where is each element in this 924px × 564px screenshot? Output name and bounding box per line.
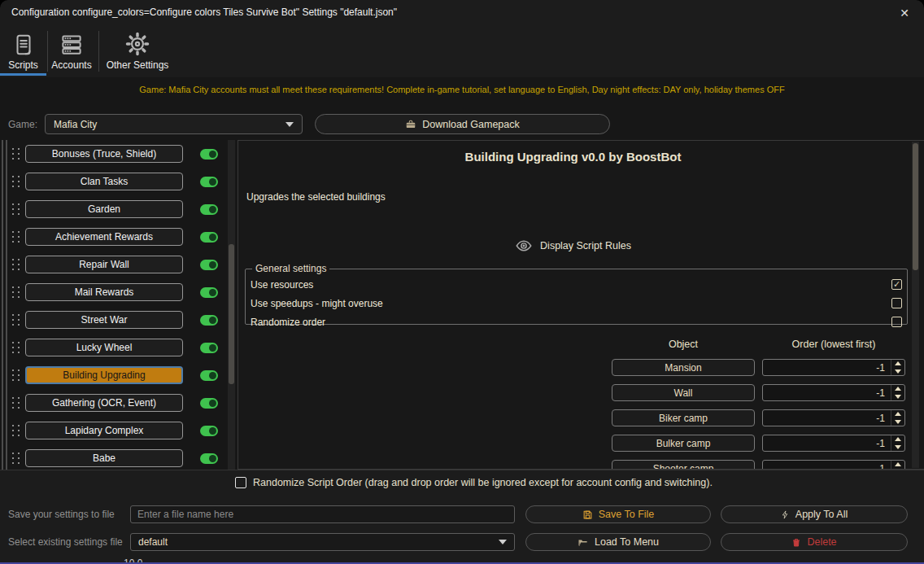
script-toggle[interactable] — [200, 260, 218, 270]
drag-handle-icon[interactable] — [12, 342, 20, 354]
order-spinner[interactable]: -1 — [762, 460, 905, 470]
delete-button[interactable]: Delete — [721, 533, 908, 551]
column-header-object: Object — [612, 339, 755, 350]
drag-handle-icon[interactable] — [12, 425, 20, 437]
script-toggle[interactable] — [200, 343, 218, 353]
tab-scripts[interactable]: Scripts — [0, 24, 46, 75]
object-button[interactable]: Shooter camp — [612, 460, 755, 470]
randomize-script-order-label: Randomize Script Order (drag and drop or… — [253, 477, 713, 488]
script-toggle[interactable] — [200, 370, 218, 381]
save-to-file-button[interactable]: Save To File — [525, 505, 711, 523]
apply-to-all-button[interactable]: Apply To All — [721, 505, 908, 523]
close-icon[interactable]: ✕ — [895, 3, 914, 23]
object-button[interactable]: Bulker camp — [612, 435, 755, 452]
script-button[interactable]: Garden — [25, 200, 183, 218]
order-spinner[interactable]: -1 — [762, 359, 905, 376]
script-button[interactable]: Repair Wall — [25, 256, 183, 273]
file-name-input[interactable] — [130, 505, 515, 523]
drag-handle-icon[interactable] — [12, 176, 20, 188]
setting-label: Use speedups - might overuse — [251, 298, 383, 309]
spin-up-icon[interactable] — [891, 360, 904, 368]
object-button[interactable]: Biker camp — [612, 409, 755, 426]
drag-handle-icon[interactable] — [12, 203, 20, 216]
order-spinner[interactable]: -1 — [762, 384, 905, 401]
script-toggle[interactable] — [200, 453, 218, 464]
script-button[interactable]: Bonuses (Truce, Shield) — [25, 145, 183, 163]
table-row: Mansion -1 — [612, 359, 905, 376]
order-spinner[interactable]: -1 — [762, 435, 905, 452]
settings-file-select[interactable]: default — [130, 533, 515, 551]
setting-row: Use resources ✓ — [251, 275, 902, 294]
tab-accounts[interactable]: Accounts — [49, 24, 94, 75]
script-toggle[interactable] — [200, 204, 218, 215]
spin-down-icon[interactable] — [891, 418, 904, 426]
load-to-menu-button[interactable]: Load To Menu — [525, 533, 711, 551]
script-button[interactable]: Mail Rewards — [25, 283, 183, 301]
tab-label: Accounts — [51, 59, 91, 71]
sidebar-scrollbar-thumb[interactable] — [229, 244, 234, 384]
use-resources-checkbox[interactable]: ✓ — [891, 279, 902, 290]
script-row: Repair Wall — [0, 251, 228, 278]
script-row: Babe — [0, 444, 228, 470]
script-button[interactable]: Achievement Rewards — [25, 228, 183, 246]
display-script-rules-button[interactable]: Display Script Rules — [238, 237, 908, 255]
randomize-script-order-checkbox[interactable] — [235, 477, 246, 488]
toggle-knob — [209, 178, 216, 186]
table-row: Bulker camp -1 — [612, 435, 905, 452]
spin-up-icon[interactable] — [891, 461, 904, 469]
script-toggle[interactable] — [200, 149, 218, 160]
download-gamepack-button[interactable]: Download Gamepack — [315, 114, 610, 134]
drag-handle-icon[interactable] — [12, 286, 20, 299]
object-button[interactable]: Wall — [612, 384, 755, 401]
drag-handle-icon[interactable] — [12, 259, 20, 271]
spin-down-icon[interactable] — [891, 393, 904, 401]
spin-up-icon[interactable] — [891, 435, 904, 444]
sidebar-scrollbar[interactable] — [228, 140, 235, 470]
script-row: Gathering (OCR, Event) — [0, 389, 228, 417]
gear-icon — [124, 29, 150, 57]
script-toggle[interactable] — [200, 426, 218, 436]
building-table: Mansion -1 Wall -1 Biker camp -1 — [612, 359, 905, 470]
tab-separator — [47, 31, 48, 72]
script-settings-panel: Building Upgrading v0.0 by BoostBot Upgr… — [238, 140, 924, 470]
tab-other-settings[interactable]: Other Settings — [100, 24, 175, 75]
drag-handle-icon[interactable] — [12, 397, 20, 409]
script-button[interactable]: Gathering (OCR, Event) — [25, 394, 183, 412]
script-button[interactable]: Building Upgrading — [25, 366, 183, 384]
script-toggle[interactable] — [200, 232, 218, 243]
select-settings-label: Select existing settings file — [8, 536, 123, 548]
drag-handle-icon[interactable] — [12, 314, 20, 326]
object-button[interactable]: Mansion — [612, 359, 755, 376]
randomize-script-order-row: Randomize Script Order (drag and drop or… — [235, 477, 713, 488]
spin-up-icon[interactable] — [891, 385, 904, 393]
script-toggle[interactable] — [200, 177, 218, 187]
script-button[interactable]: Lapidary Complex — [25, 422, 183, 439]
open-folder-icon — [578, 537, 589, 548]
script-title: Building Upgrading v0.0 by BoostBot — [238, 150, 908, 164]
script-row: Lucky Wheel — [0, 334, 228, 361]
drag-handle-icon[interactable] — [12, 148, 20, 160]
use-speedups-checkbox[interactable] — [891, 298, 902, 308]
window-title: Configuration configure_colors=Configure… — [11, 7, 397, 18]
randomize-order-checkbox[interactable] — [891, 317, 902, 327]
spin-down-icon[interactable] — [891, 444, 904, 452]
script-toggle[interactable] — [200, 315, 218, 326]
script-toggle[interactable] — [200, 287, 218, 298]
main-panel-scrollbar[interactable] — [912, 142, 919, 468]
spin-down-icon[interactable] — [891, 368, 904, 376]
drag-handle-icon[interactable] — [12, 231, 20, 243]
order-value: -1 — [763, 461, 891, 470]
script-button[interactable]: Lucky Wheel — [25, 339, 183, 356]
main-panel-scrollbar-thumb[interactable] — [913, 143, 918, 270]
script-toggle[interactable] — [200, 398, 218, 409]
script-button[interactable]: Street War — [25, 311, 183, 329]
script-button[interactable]: Clan Tasks — [25, 173, 183, 190]
spin-up-icon[interactable] — [891, 410, 904, 418]
game-select[interactable]: Mafia City — [45, 114, 303, 134]
game-select-value: Mafia City — [54, 119, 97, 130]
drag-handle-icon[interactable] — [12, 369, 20, 382]
script-button[interactable]: Babe — [25, 449, 183, 467]
order-spinner[interactable]: -1 — [762, 409, 905, 426]
script-row: Bonuses (Truce, Shield) — [0, 140, 228, 168]
drag-handle-icon[interactable] — [12, 453, 20, 465]
